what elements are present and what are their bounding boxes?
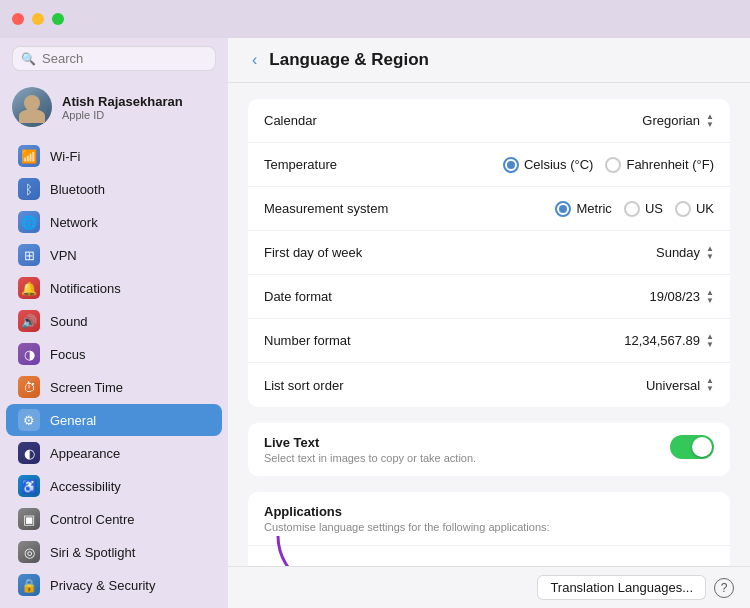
network-icon: 🌐 bbox=[18, 211, 40, 233]
search-bar: 🔍 bbox=[0, 38, 228, 79]
sidebar-label-focus: Focus bbox=[50, 347, 85, 362]
sidebar-label-accessibility: Accessibility bbox=[50, 479, 121, 494]
sidebar-item-siri[interactable]: ◎ Siri & Spotlight bbox=[6, 536, 222, 568]
sidebar-label-siri: Siri & Spotlight bbox=[50, 545, 135, 560]
profile-section[interactable]: Atish Rajasekharan Apple ID bbox=[0, 79, 228, 135]
stepper-arrows-3: ▲ ▼ bbox=[706, 245, 714, 261]
sidebar-item-privacy[interactable]: 🔒 Privacy & Security bbox=[6, 569, 222, 601]
privacy-icon: 🔒 bbox=[18, 574, 40, 596]
sidebar-label-notifications: Notifications bbox=[50, 281, 121, 296]
general-icon: ⚙ bbox=[18, 409, 40, 431]
back-button[interactable]: ‹ bbox=[248, 51, 261, 69]
arrow-svg bbox=[258, 526, 378, 566]
title-bar bbox=[0, 0, 750, 38]
settings-row-4: Date format 19/08/23 ▲ ▼ bbox=[248, 275, 730, 319]
sidebar-label-screentime: Screen Time bbox=[50, 380, 123, 395]
dropdown-value-0: Gregorian ▲ ▼ bbox=[642, 113, 714, 129]
live-text-title: Live Text bbox=[264, 435, 670, 450]
sidebar-item-vpn[interactable]: ⊞ VPN bbox=[6, 239, 222, 271]
content-scroll[interactable]: Calendar Gregorian ▲ ▼ Temperature bbox=[228, 83, 750, 566]
dropdown-5[interactable]: 12,34,567.89 ▲ ▼ bbox=[624, 333, 714, 349]
help-button[interactable]: ? bbox=[714, 578, 734, 598]
radio-option[interactable]: Fahrenheit (°F) bbox=[605, 157, 714, 173]
live-text-section: Live Text Select text in images to copy … bbox=[248, 423, 730, 476]
nav-section: 📶 Wi-Fi ᛒ Bluetooth 🌐 Network ⊞ VPN 🔔 No… bbox=[0, 135, 228, 606]
radio-circle bbox=[605, 157, 621, 173]
search-wrapper[interactable]: 🔍 bbox=[12, 46, 216, 71]
stepper-arrows-5: ▲ ▼ bbox=[706, 333, 714, 349]
row-label-5: Number format bbox=[264, 333, 624, 348]
sidebar-item-general[interactable]: ⚙ General bbox=[6, 404, 222, 436]
purple-arrow-annotation bbox=[248, 546, 730, 566]
sidebar-item-accessibility[interactable]: ♿ Accessibility bbox=[6, 470, 222, 502]
radio-option[interactable]: UK bbox=[675, 201, 714, 217]
content-footer: Translation Languages... ? bbox=[228, 566, 750, 608]
siri-icon: ◎ bbox=[18, 541, 40, 563]
radio-label: Celsius (°C) bbox=[524, 157, 593, 172]
dropdown-value-4: 19/08/23 ▲ ▼ bbox=[649, 289, 714, 305]
dropdown-3[interactable]: Sunday ▲ ▼ bbox=[656, 245, 714, 261]
app-body: 🔍 Atish Rajasekharan Apple ID 📶 Wi-Fi ᛒ bbox=[0, 38, 750, 608]
sidebar-label-network: Network bbox=[50, 215, 98, 230]
sidebar-item-bluetooth[interactable]: ᛒ Bluetooth bbox=[6, 173, 222, 205]
radio-label: US bbox=[645, 201, 663, 216]
profile-info: Atish Rajasekharan Apple ID bbox=[62, 94, 216, 121]
sidebar-item-controlcentre[interactable]: ▣ Control Centre bbox=[6, 503, 222, 535]
sound-icon: 🔊 bbox=[18, 310, 40, 332]
live-text-info: Live Text Select text in images to copy … bbox=[264, 435, 670, 464]
dropdown-value-6: Universal ▲ ▼ bbox=[646, 377, 714, 393]
sidebar-item-focus[interactable]: ◑ Focus bbox=[6, 338, 222, 370]
radio-circle bbox=[555, 201, 571, 217]
row-label-4: Date format bbox=[264, 289, 649, 304]
focus-icon: ◑ bbox=[18, 343, 40, 365]
content-header: ‹ Language & Region bbox=[228, 38, 750, 83]
settings-row-2: Measurement system Metric US UK bbox=[248, 187, 730, 231]
settings-section: Calendar Gregorian ▲ ▼ Temperature bbox=[248, 99, 730, 407]
minimize-button[interactable] bbox=[32, 13, 44, 25]
search-icon: 🔍 bbox=[21, 52, 36, 66]
sidebar-label-bluetooth: Bluetooth bbox=[50, 182, 105, 197]
notifications-icon: 🔔 bbox=[18, 277, 40, 299]
sidebar-item-notifications[interactable]: 🔔 Notifications bbox=[6, 272, 222, 304]
stepper-arrows-4: ▲ ▼ bbox=[706, 289, 714, 305]
applications-title: Applications bbox=[264, 504, 714, 519]
applications-list bbox=[248, 545, 730, 566]
dropdown-0[interactable]: Gregorian ▲ ▼ bbox=[642, 113, 714, 129]
sidebar-item-appearance[interactable]: ◐ Appearance bbox=[6, 437, 222, 469]
sidebar-item-network[interactable]: 🌐 Network bbox=[6, 206, 222, 238]
traffic-lights bbox=[12, 13, 64, 25]
radio-option[interactable]: Celsius (°C) bbox=[503, 157, 593, 173]
search-input[interactable] bbox=[42, 51, 207, 66]
live-text-toggle[interactable] bbox=[670, 435, 714, 459]
dropdown-value-5: 12,34,567.89 ▲ ▼ bbox=[624, 333, 714, 349]
sidebar-item-wifi[interactable]: 📶 Wi-Fi bbox=[6, 140, 222, 172]
close-button[interactable] bbox=[12, 13, 24, 25]
row-label-1: Temperature bbox=[264, 157, 503, 172]
radio-option[interactable]: US bbox=[624, 201, 663, 217]
settings-row-1: Temperature Celsius (°C) Fahrenheit (°F) bbox=[248, 143, 730, 187]
sidebar-label-vpn: VPN bbox=[50, 248, 77, 263]
stepper-arrows-0: ▲ ▼ bbox=[706, 113, 714, 129]
radio-circle bbox=[675, 201, 691, 217]
maximize-button[interactable] bbox=[52, 13, 64, 25]
translation-languages-button[interactable]: Translation Languages... bbox=[537, 575, 706, 600]
sidebar-item-screentime[interactable]: ⏱ Screen Time bbox=[6, 371, 222, 403]
controlcentre-icon: ▣ bbox=[18, 508, 40, 530]
sidebar-label-appearance: Appearance bbox=[50, 446, 120, 461]
radio-group-1: Celsius (°C) Fahrenheit (°F) bbox=[503, 157, 714, 173]
row-label-6: List sort order bbox=[264, 378, 646, 393]
dropdown-4[interactable]: 19/08/23 ▲ ▼ bbox=[649, 289, 714, 305]
radio-option[interactable]: Metric bbox=[555, 201, 611, 217]
radio-circle bbox=[624, 201, 640, 217]
bluetooth-icon: ᛒ bbox=[18, 178, 40, 200]
vpn-icon: ⊞ bbox=[18, 244, 40, 266]
sidebar-label-wifi: Wi-Fi bbox=[50, 149, 80, 164]
sidebar-item-sound[interactable]: 🔊 Sound bbox=[6, 305, 222, 337]
accessibility-icon: ♿ bbox=[18, 475, 40, 497]
radio-circle bbox=[503, 157, 519, 173]
profile-subtitle: Apple ID bbox=[62, 109, 216, 121]
live-text-row: Live Text Select text in images to copy … bbox=[264, 435, 714, 464]
dropdown-6[interactable]: Universal ▲ ▼ bbox=[646, 377, 714, 393]
stepper-arrows-6: ▲ ▼ bbox=[706, 377, 714, 393]
row-label-3: First day of week bbox=[264, 245, 656, 260]
